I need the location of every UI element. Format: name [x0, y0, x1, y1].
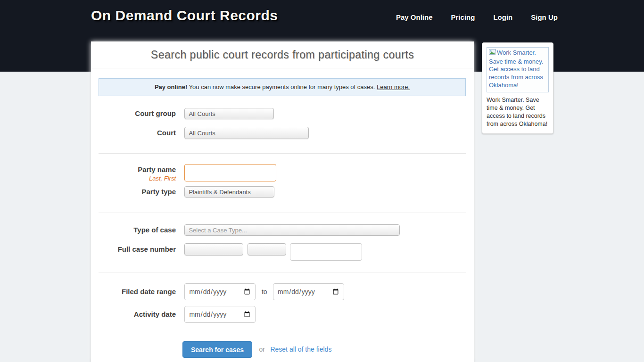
divider: [99, 213, 466, 213]
party-type-select[interactable]: Plaintiffs & Defendants: [184, 186, 274, 197]
ad-alt-text: Work Smarter. Save time & money. Get acc…: [489, 49, 543, 89]
page-title: Search public court records from partici…: [91, 41, 474, 68]
party-type-row: Party type Plaintiffs & Defendants: [99, 186, 466, 197]
filed-date-row: Filed date range to: [99, 283, 466, 300]
nav-pricing[interactable]: Pricing: [451, 13, 475, 21]
court-group-label: Court group: [99, 108, 176, 119]
court-select[interactable]: All Courts: [184, 127, 309, 139]
case-number-part3-input[interactable]: [290, 243, 362, 261]
filed-date-from-input[interactable]: [184, 283, 256, 300]
banner-text: You can now make secure payments online …: [187, 83, 377, 90]
filed-date-joiner: to: [262, 283, 267, 300]
party-name-label: Party name: [138, 165, 176, 173]
or-text: or: [259, 341, 265, 358]
ad-image-placeholder[interactable]: Work Smarter. Save time & money. Get acc…: [487, 47, 549, 92]
search-card: Search public court records from partici…: [91, 41, 474, 362]
pay-online-banner: Pay online! You can now make secure paym…: [99, 78, 466, 96]
court-group-select[interactable]: All Courts: [184, 108, 274, 119]
search-for-cases-button[interactable]: Search for cases: [182, 341, 252, 358]
banner-bold-text: Pay online!: [155, 83, 187, 90]
sidebar-ad: Work Smarter. Save time & money. Get acc…: [482, 42, 553, 134]
filed-date-to-input[interactable]: [273, 283, 344, 300]
party-name-hint: Last, First: [149, 175, 176, 182]
case-type-select[interactable]: Select a Case Type...: [184, 224, 400, 236]
reset-fields-link[interactable]: Reset all of the fields: [270, 341, 331, 358]
site-logo[interactable]: On Demand Court Records: [91, 8, 278, 24]
divider: [99, 272, 466, 272]
party-name-row: Party name Last, First: [99, 164, 466, 183]
court-group-row: Court group All Courts: [99, 108, 466, 119]
nav-sign-up[interactable]: Sign Up: [531, 13, 558, 21]
activity-date-row: Activity date: [99, 306, 466, 323]
case-type-label: Type of case: [99, 224, 176, 236]
court-row: Court All Courts: [99, 127, 466, 139]
actions-row: Search for cases or Reset all of the fie…: [182, 341, 466, 358]
filed-date-label: Filed date range: [99, 283, 176, 300]
case-number-part2-select[interactable]: [248, 243, 286, 255]
broken-image-icon: [489, 49, 496, 58]
nav-login[interactable]: Login: [493, 13, 512, 21]
divider: [99, 153, 466, 154]
case-type-row: Type of case Select a Case Type...: [99, 224, 466, 236]
nav-pay-online[interactable]: Pay Online: [396, 13, 433, 21]
activity-date-input[interactable]: [184, 306, 256, 323]
ad-caption: Work Smarter. Save time & money. Get acc…: [487, 96, 549, 128]
party-type-label: Party type: [99, 186, 176, 197]
case-number-label: Full case number: [99, 243, 176, 255]
learn-more-link[interactable]: Learn more.: [377, 83, 410, 90]
main-nav: Pay Online Pricing Login Sign Up: [396, 13, 558, 21]
card-header: Search public court records from partici…: [91, 41, 474, 68]
activity-date-label: Activity date: [99, 306, 176, 323]
case-number-row: Full case number: [99, 243, 466, 261]
case-number-part1-select[interactable]: [184, 243, 243, 255]
party-name-input[interactable]: [184, 164, 276, 181]
court-label: Court: [99, 127, 176, 139]
